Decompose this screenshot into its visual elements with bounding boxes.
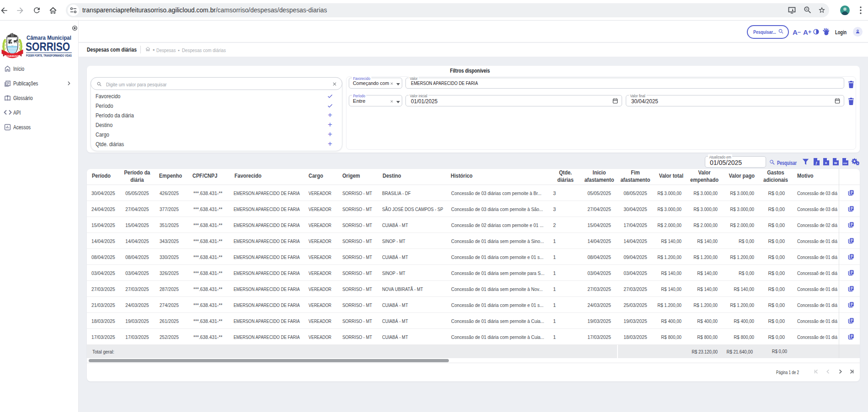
svg-text:csv: csv xyxy=(843,162,847,164)
svg-text:ƒ: ƒ xyxy=(815,161,817,165)
svg-text:w: w xyxy=(834,161,837,165)
svg-text:x: x xyxy=(825,161,827,165)
svg-text:SORRISO: SORRISO xyxy=(5,54,19,58)
